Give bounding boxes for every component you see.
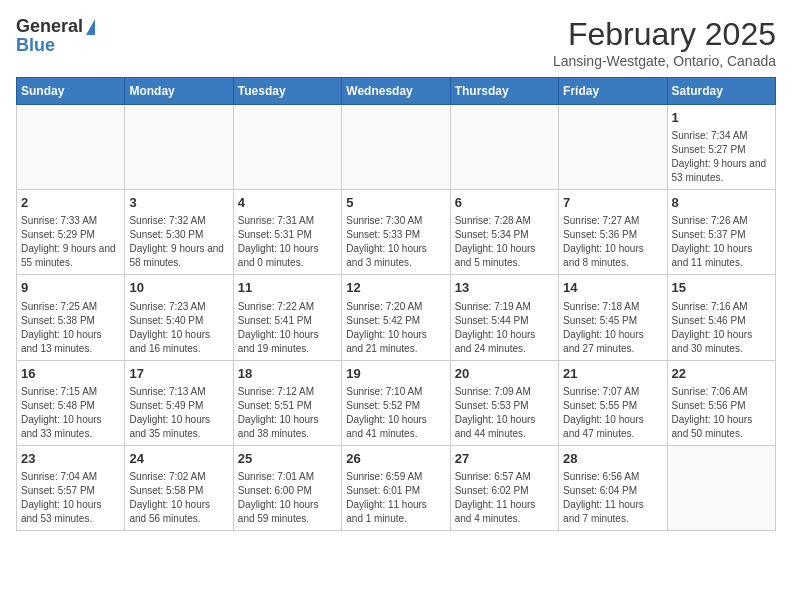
calendar-cell: 27Sunrise: 6:57 AM Sunset: 6:02 PM Dayli… [450, 445, 558, 530]
day-number: 24 [129, 450, 228, 468]
day-header-friday: Friday [559, 78, 667, 105]
day-info: Sunrise: 7:27 AM Sunset: 5:36 PM Dayligh… [563, 214, 662, 270]
day-number: 3 [129, 194, 228, 212]
calendar-cell: 25Sunrise: 7:01 AM Sunset: 6:00 PM Dayli… [233, 445, 341, 530]
calendar-cell: 6Sunrise: 7:28 AM Sunset: 5:34 PM Daylig… [450, 190, 558, 275]
location: Lansing-Westgate, Ontario, Canada [553, 53, 776, 69]
calendar-cell [233, 105, 341, 190]
calendar-cell: 3Sunrise: 7:32 AM Sunset: 5:30 PM Daylig… [125, 190, 233, 275]
day-header-tuesday: Tuesday [233, 78, 341, 105]
day-info: Sunrise: 7:13 AM Sunset: 5:49 PM Dayligh… [129, 385, 228, 441]
title-area: February 2025 Lansing-Westgate, Ontario,… [553, 16, 776, 69]
day-info: Sunrise: 7:20 AM Sunset: 5:42 PM Dayligh… [346, 300, 445, 356]
calendar-cell [667, 445, 775, 530]
day-number: 10 [129, 279, 228, 297]
day-number: 27 [455, 450, 554, 468]
day-info: Sunrise: 7:12 AM Sunset: 5:51 PM Dayligh… [238, 385, 337, 441]
day-number: 7 [563, 194, 662, 212]
calendar-cell: 12Sunrise: 7:20 AM Sunset: 5:42 PM Dayli… [342, 275, 450, 360]
calendar-cell: 20Sunrise: 7:09 AM Sunset: 5:53 PM Dayli… [450, 360, 558, 445]
day-info: Sunrise: 7:02 AM Sunset: 5:58 PM Dayligh… [129, 470, 228, 526]
day-info: Sunrise: 7:30 AM Sunset: 5:33 PM Dayligh… [346, 214, 445, 270]
day-info: Sunrise: 7:34 AM Sunset: 5:27 PM Dayligh… [672, 129, 771, 185]
calendar-cell: 21Sunrise: 7:07 AM Sunset: 5:55 PM Dayli… [559, 360, 667, 445]
day-number: 23 [21, 450, 120, 468]
day-number: 5 [346, 194, 445, 212]
calendar-cell: 16Sunrise: 7:15 AM Sunset: 5:48 PM Dayli… [17, 360, 125, 445]
calendar-cell: 4Sunrise: 7:31 AM Sunset: 5:31 PM Daylig… [233, 190, 341, 275]
calendar-cell [125, 105, 233, 190]
day-info: Sunrise: 7:23 AM Sunset: 5:40 PM Dayligh… [129, 300, 228, 356]
calendar-cell: 13Sunrise: 7:19 AM Sunset: 5:44 PM Dayli… [450, 275, 558, 360]
logo-blue-text: Blue [16, 35, 55, 56]
day-info: Sunrise: 7:07 AM Sunset: 5:55 PM Dayligh… [563, 385, 662, 441]
day-info: Sunrise: 7:25 AM Sunset: 5:38 PM Dayligh… [21, 300, 120, 356]
calendar-cell: 19Sunrise: 7:10 AM Sunset: 5:52 PM Dayli… [342, 360, 450, 445]
calendar-cell: 24Sunrise: 7:02 AM Sunset: 5:58 PM Dayli… [125, 445, 233, 530]
day-info: Sunrise: 7:06 AM Sunset: 5:56 PM Dayligh… [672, 385, 771, 441]
calendar-week-3: 9Sunrise: 7:25 AM Sunset: 5:38 PM Daylig… [17, 275, 776, 360]
day-info: Sunrise: 7:09 AM Sunset: 5:53 PM Dayligh… [455, 385, 554, 441]
day-number: 13 [455, 279, 554, 297]
day-header-monday: Monday [125, 78, 233, 105]
day-info: Sunrise: 7:19 AM Sunset: 5:44 PM Dayligh… [455, 300, 554, 356]
calendar-cell: 11Sunrise: 7:22 AM Sunset: 5:41 PM Dayli… [233, 275, 341, 360]
calendar-header-row: SundayMondayTuesdayWednesdayThursdayFrid… [17, 78, 776, 105]
day-number: 6 [455, 194, 554, 212]
day-number: 4 [238, 194, 337, 212]
calendar-cell: 18Sunrise: 7:12 AM Sunset: 5:51 PM Dayli… [233, 360, 341, 445]
calendar-cell: 5Sunrise: 7:30 AM Sunset: 5:33 PM Daylig… [342, 190, 450, 275]
logo: General Blue [16, 16, 95, 56]
calendar-week-5: 23Sunrise: 7:04 AM Sunset: 5:57 PM Dayli… [17, 445, 776, 530]
day-number: 12 [346, 279, 445, 297]
calendar-cell: 26Sunrise: 6:59 AM Sunset: 6:01 PM Dayli… [342, 445, 450, 530]
day-info: Sunrise: 7:31 AM Sunset: 5:31 PM Dayligh… [238, 214, 337, 270]
day-number: 20 [455, 365, 554, 383]
day-info: Sunrise: 6:59 AM Sunset: 6:01 PM Dayligh… [346, 470, 445, 526]
day-info: Sunrise: 7:18 AM Sunset: 5:45 PM Dayligh… [563, 300, 662, 356]
day-info: Sunrise: 6:56 AM Sunset: 6:04 PM Dayligh… [563, 470, 662, 526]
day-number: 2 [21, 194, 120, 212]
day-number: 22 [672, 365, 771, 383]
day-number: 1 [672, 109, 771, 127]
calendar-cell: 14Sunrise: 7:18 AM Sunset: 5:45 PM Dayli… [559, 275, 667, 360]
calendar-cell: 10Sunrise: 7:23 AM Sunset: 5:40 PM Dayli… [125, 275, 233, 360]
calendar-cell: 9Sunrise: 7:25 AM Sunset: 5:38 PM Daylig… [17, 275, 125, 360]
calendar-week-4: 16Sunrise: 7:15 AM Sunset: 5:48 PM Dayli… [17, 360, 776, 445]
calendar-cell [342, 105, 450, 190]
logo-triangle-icon [86, 19, 95, 35]
day-info: Sunrise: 7:33 AM Sunset: 5:29 PM Dayligh… [21, 214, 120, 270]
calendar-week-1: 1Sunrise: 7:34 AM Sunset: 5:27 PM Daylig… [17, 105, 776, 190]
day-number: 26 [346, 450, 445, 468]
day-number: 11 [238, 279, 337, 297]
day-header-sunday: Sunday [17, 78, 125, 105]
calendar-cell: 17Sunrise: 7:13 AM Sunset: 5:49 PM Dayli… [125, 360, 233, 445]
day-number: 17 [129, 365, 228, 383]
month-title: February 2025 [553, 16, 776, 53]
day-info: Sunrise: 7:32 AM Sunset: 5:30 PM Dayligh… [129, 214, 228, 270]
day-header-thursday: Thursday [450, 78, 558, 105]
calendar-cell: 2Sunrise: 7:33 AM Sunset: 5:29 PM Daylig… [17, 190, 125, 275]
day-number: 21 [563, 365, 662, 383]
calendar-cell: 7Sunrise: 7:27 AM Sunset: 5:36 PM Daylig… [559, 190, 667, 275]
day-number: 15 [672, 279, 771, 297]
day-info: Sunrise: 7:01 AM Sunset: 6:00 PM Dayligh… [238, 470, 337, 526]
calendar-cell [559, 105, 667, 190]
logo-general-text: General [16, 16, 83, 37]
calendar-cell: 8Sunrise: 7:26 AM Sunset: 5:37 PM Daylig… [667, 190, 775, 275]
day-number: 16 [21, 365, 120, 383]
day-number: 19 [346, 365, 445, 383]
calendar-week-2: 2Sunrise: 7:33 AM Sunset: 5:29 PM Daylig… [17, 190, 776, 275]
calendar-table: SundayMondayTuesdayWednesdayThursdayFrid… [16, 77, 776, 531]
day-info: Sunrise: 6:57 AM Sunset: 6:02 PM Dayligh… [455, 470, 554, 526]
day-info: Sunrise: 7:22 AM Sunset: 5:41 PM Dayligh… [238, 300, 337, 356]
page-header: General Blue February 2025 Lansing-Westg… [16, 16, 776, 69]
calendar-cell: 28Sunrise: 6:56 AM Sunset: 6:04 PM Dayli… [559, 445, 667, 530]
calendar-cell [450, 105, 558, 190]
calendar-cell: 15Sunrise: 7:16 AM Sunset: 5:46 PM Dayli… [667, 275, 775, 360]
day-number: 8 [672, 194, 771, 212]
day-header-saturday: Saturday [667, 78, 775, 105]
day-header-wednesday: Wednesday [342, 78, 450, 105]
day-info: Sunrise: 7:26 AM Sunset: 5:37 PM Dayligh… [672, 214, 771, 270]
day-info: Sunrise: 7:10 AM Sunset: 5:52 PM Dayligh… [346, 385, 445, 441]
